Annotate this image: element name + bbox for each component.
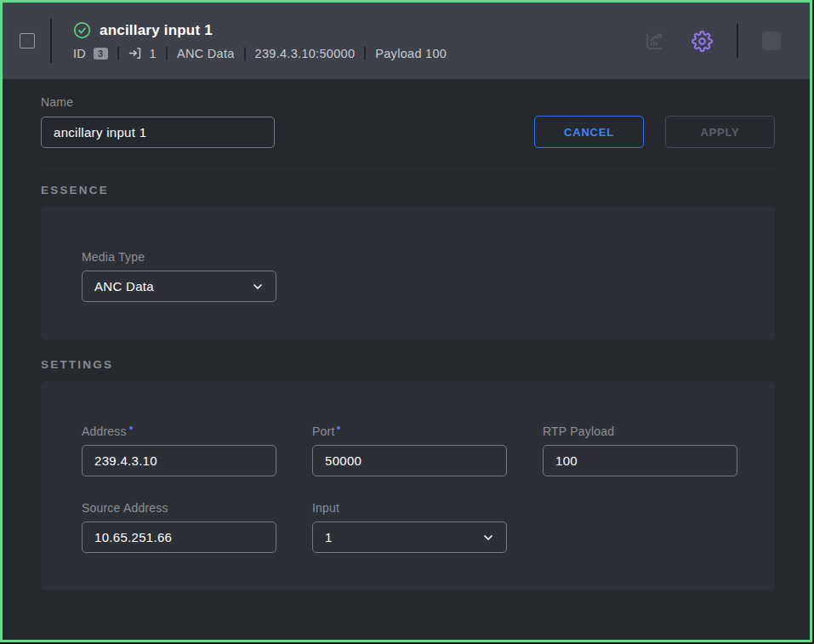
header-info: ancillary input 1 ID 3 1	[73, 21, 447, 60]
rtp-payload-input[interactable]	[543, 445, 737, 476]
port-input[interactable]	[312, 445, 507, 476]
port-field: Port	[312, 425, 507, 476]
stats-chart-icon[interactable]	[644, 31, 665, 52]
input-arrow-icon	[128, 46, 143, 60]
name-field: Name CANCEL APPLY	[41, 95, 775, 148]
status-ok-icon	[73, 21, 91, 39]
cancel-button[interactable]: CANCEL	[534, 116, 644, 148]
source-address-field: Source Address	[82, 501, 276, 553]
media-type-label: Media Type	[82, 250, 734, 264]
id-badge: 3	[94, 48, 107, 60]
meta-separator	[117, 47, 119, 60]
gear-icon[interactable]	[692, 31, 713, 52]
rtp-payload-field: RTP Payload	[543, 425, 737, 476]
meta-separator	[244, 47, 246, 60]
ancillary-input-panel: ancillary input 1 ID 3 1	[0, 0, 812, 642]
required-dot	[337, 426, 340, 430]
rtp-payload-label: RTP Payload	[543, 425, 737, 438]
settings-heading: SETTINGS	[41, 358, 775, 371]
meta-address-port: 239.4.3.10:50000	[255, 47, 356, 60]
meta-separator	[364, 47, 366, 60]
chevron-down-icon	[481, 531, 495, 547]
header-actions	[644, 24, 781, 58]
panel-header: ancillary input 1 ID 3 1	[3, 3, 810, 79]
address-field: Address	[82, 425, 276, 476]
required-dot	[129, 426, 133, 430]
page-title: ancillary input 1	[100, 22, 213, 39]
essence-heading: ESSENCE	[41, 184, 775, 197]
address-label: Address	[82, 425, 276, 438]
name-label: Name	[41, 95, 775, 109]
header-divider	[50, 19, 52, 63]
apply-button[interactable]: APPLY	[665, 116, 775, 148]
name-input[interactable]	[41, 117, 275, 148]
chevron-down-icon	[251, 280, 265, 296]
input-label: Input	[312, 501, 507, 515]
source-address-label: Source Address	[82, 501, 276, 515]
essence-card: Media Type ANC Data	[41, 207, 775, 340]
section-divider	[41, 168, 775, 169]
media-type-value: ANC Data	[94, 279, 154, 294]
id-label: ID	[73, 47, 86, 60]
address-input[interactable]	[82, 445, 276, 476]
header-actions-divider	[737, 24, 738, 58]
meta-separator	[166, 47, 168, 60]
input-value: 1	[325, 530, 333, 544]
meta-row: ID 3 1 ANC Data 2	[73, 46, 447, 60]
meta-input-number: 1	[150, 47, 157, 60]
thumbnail-placeholder[interactable]	[762, 31, 781, 50]
media-type-select[interactable]: ANC Data	[82, 271, 276, 302]
source-address-input[interactable]	[82, 521, 276, 553]
panel-body: Name CANCEL APPLY ESSENCE Media Type ANC…	[3, 95, 810, 590]
port-label: Port	[312, 425, 507, 438]
select-checkbox[interactable]	[20, 33, 35, 48]
settings-card: Address Port RTP Payload Source Address …	[41, 381, 775, 590]
meta-media-type: ANC Data	[177, 47, 235, 60]
meta-payload: Payload 100	[375, 47, 447, 60]
input-field: Input 1	[312, 501, 507, 553]
input-select[interactable]: 1	[312, 521, 507, 553]
media-type-field: Media Type ANC Data	[82, 250, 734, 302]
